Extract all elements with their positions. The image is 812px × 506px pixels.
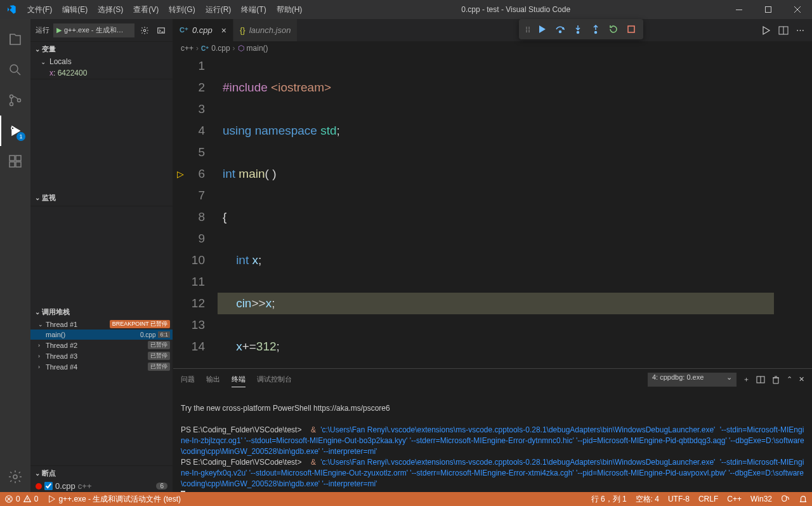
status-errors[interactable]: 0 0 xyxy=(0,492,43,506)
status-language[interactable]: C++ xyxy=(723,492,746,506)
current-line-marker-icon: ▷ xyxy=(177,163,184,185)
close-button[interactable] xyxy=(783,0,812,19)
restart-button[interactable] xyxy=(605,21,622,37)
step-over-button[interactable] xyxy=(552,21,568,37)
watch-section: ⌄ 监视 xyxy=(30,79,173,206)
status-debug-config[interactable]: g++.exe - 生成和调试活动文件 (test) xyxy=(43,492,185,506)
stack-frame-row[interactable]: main() 0.cpp 6:1 xyxy=(30,330,173,340)
status-cursor[interactable]: 行 6，列 1 xyxy=(587,492,631,506)
svg-rect-7 xyxy=(10,156,15,161)
editor-tab[interactable]: {} launch.json xyxy=(233,19,298,41)
more-actions-icon[interactable]: ⋯ xyxy=(796,25,804,36)
main-area: 1 运行 ▶ g++.exe - 生成和… ⌄ 变 xyxy=(0,19,812,492)
breakpoint-checkbox[interactable] xyxy=(44,482,53,490)
maximize-panel-icon[interactable]: ⌃ xyxy=(787,375,792,383)
config-name: g++.exe - 生成和… xyxy=(64,25,124,35)
status-platform[interactable]: Win32 xyxy=(746,492,776,506)
minimize-button[interactable] xyxy=(724,0,754,19)
menu-file[interactable]: 文件(F) xyxy=(22,0,57,19)
menu-view[interactable]: 查看(V) xyxy=(128,0,164,19)
activity-search[interactable] xyxy=(0,55,30,85)
panel-tab-output[interactable]: 输出 xyxy=(206,372,220,387)
menu-run[interactable]: 运行(R) xyxy=(200,0,237,19)
svg-rect-0 xyxy=(736,10,742,10)
config-gear-icon[interactable] xyxy=(138,24,151,37)
svg-rect-10 xyxy=(16,162,21,167)
panel-tab-debug-console[interactable]: 调试控制台 xyxy=(257,372,292,387)
code-editor[interactable]: 1 2 3 4 5 ▷6 7 8 9 10 11 12 13 14 #inclu… xyxy=(173,55,812,368)
panel-tab-terminal[interactable]: 终端 xyxy=(232,372,246,387)
terminal-select[interactable]: 4: cppdbg: 0.exe xyxy=(648,373,737,387)
panel-tab-problems[interactable]: 问题 xyxy=(181,372,195,387)
stop-button[interactable] xyxy=(623,21,639,37)
status-eol[interactable]: CRLF xyxy=(694,492,723,506)
breakpoint-row[interactable]: 0.cpp c++ 6 xyxy=(30,480,173,492)
svg-point-16 xyxy=(560,31,561,33)
activity-scm[interactable] xyxy=(0,85,30,116)
chevron-down-icon: ⌄ xyxy=(33,470,42,477)
window-controls xyxy=(724,0,812,19)
debug-run-header: 运行 ▶ g++.exe - 生成和… xyxy=(30,19,173,41)
status-notifications-icon[interactable] xyxy=(794,492,812,506)
step-into-button[interactable] xyxy=(570,21,586,37)
svg-point-12 xyxy=(143,29,146,32)
menu-go[interactable]: 转到(G) xyxy=(164,0,200,19)
thread-row[interactable]: › Thread #2 已暂停 xyxy=(30,340,173,350)
cpp-file-icon: C⁺ xyxy=(201,45,209,52)
run-label: 运行 xyxy=(36,25,49,35)
terminal-content[interactable]: Try the new cross-platform PowerShell ht… xyxy=(173,390,812,492)
split-terminal-icon[interactable] xyxy=(756,375,765,384)
variables-header[interactable]: ⌄ 变量 xyxy=(30,42,173,56)
activity-settings[interactable] xyxy=(0,462,30,492)
chevron-down-icon: ⌄ xyxy=(33,309,42,316)
bottom-panel: 问题 输出 终端 调试控制台 4: cppdbg: 0.exe ＋ ⌃ ✕ Tr… xyxy=(173,368,812,492)
split-editor-icon[interactable] xyxy=(778,25,789,36)
window-title: 0.cpp - test - Visual Studio Code xyxy=(307,5,724,14)
status-indent[interactable]: 空格: 4 xyxy=(631,492,664,506)
close-tab-icon[interactable]: × xyxy=(221,25,226,36)
continue-button[interactable] xyxy=(534,21,551,37)
status-feedback-icon[interactable] xyxy=(776,492,794,506)
kill-terminal-icon[interactable] xyxy=(771,375,780,384)
menu-edit[interactable]: 编辑(E) xyxy=(57,0,93,19)
menu-help[interactable]: 帮助(H) xyxy=(272,0,308,19)
cpp-file-icon: C⁺ xyxy=(180,26,188,34)
breakpoints-section: ⌄ 断点 0.cpp c++ 6 xyxy=(30,465,173,492)
thread-row[interactable]: › Thread #3 已暂停 xyxy=(30,350,173,361)
chevron-right-icon: › xyxy=(38,342,46,349)
step-out-button[interactable] xyxy=(587,21,604,37)
activity-debug[interactable]: 1 xyxy=(0,116,30,146)
editor-tabs: C⁺ 0.cpp × {} launch.json ⋯ ⁞⁞ xyxy=(173,19,812,41)
variable-row[interactable]: x: 6422400 xyxy=(30,67,173,79)
launch-config-select[interactable]: ▶ g++.exe - 生成和… xyxy=(53,23,134,37)
debug-toolbar: ⁞⁞ xyxy=(519,19,643,39)
svg-point-2 xyxy=(10,65,18,72)
breakpoints-header[interactable]: ⌄ 断点 xyxy=(30,466,173,480)
thread-row[interactable]: › Thread #4 已暂停 xyxy=(30,361,173,372)
close-panel-icon[interactable]: ✕ xyxy=(799,375,804,383)
new-terminal-icon[interactable]: ＋ xyxy=(743,375,750,384)
debug-badge: 1 xyxy=(16,132,25,141)
breadcrumbs[interactable]: c++ › C⁺ 0.cpp › ⬡ main() xyxy=(173,41,812,55)
menu-selection[interactable]: 选择(S) xyxy=(93,0,128,19)
menu-terminal[interactable]: 终端(T) xyxy=(236,0,271,19)
svg-rect-9 xyxy=(10,162,15,167)
thread-row[interactable]: ⌄ Thread #1 BREAKPOINT 已暂停 xyxy=(30,319,173,330)
callstack-header[interactable]: ⌄ 调用堆栈 xyxy=(30,305,173,319)
watch-header[interactable]: ⌄ 监视 xyxy=(30,190,173,204)
callstack-section: ⌄ 调用堆栈 ⌄ Thread #1 BREAKPOINT 已暂停 main()… xyxy=(30,206,173,465)
title-bar: 文件(F) 编辑(E) 选择(S) 查看(V) 转到(G) 运行(R) 终端(T… xyxy=(0,0,812,19)
svg-rect-13 xyxy=(158,27,165,32)
code-content[interactable]: #include <iostream> using namespace std;… xyxy=(218,55,774,368)
activity-explorer[interactable] xyxy=(0,24,30,55)
activity-extensions[interactable] xyxy=(0,146,30,176)
status-encoding[interactable]: UTF-8 xyxy=(664,492,694,506)
run-code-icon[interactable] xyxy=(761,25,771,36)
minimap[interactable] xyxy=(774,55,812,368)
chevron-right-icon: › xyxy=(38,353,46,359)
maximize-button[interactable] xyxy=(754,0,783,19)
drag-handle-icon[interactable]: ⁞⁞ xyxy=(523,25,533,34)
debug-console-icon[interactable] xyxy=(155,24,167,37)
editor-tab-active[interactable]: C⁺ 0.cpp × xyxy=(173,19,233,41)
locals-scope[interactable]: ⌄ Locals xyxy=(30,56,173,67)
